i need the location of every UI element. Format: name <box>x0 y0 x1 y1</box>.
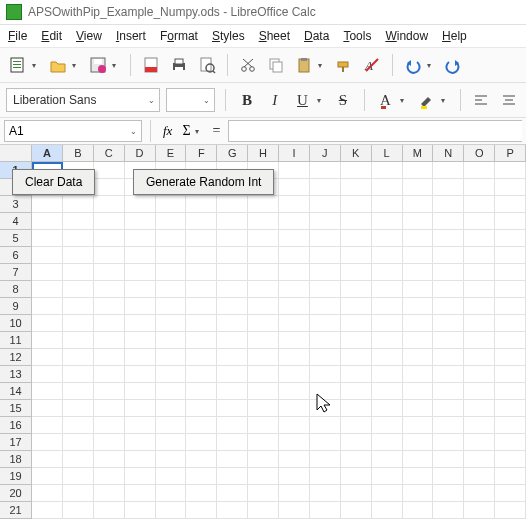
generate-random-int-button[interactable]: Generate Random Int <box>133 169 274 195</box>
cell[interactable] <box>464 298 495 315</box>
cell[interactable] <box>94 417 125 434</box>
cell[interactable] <box>403 468 434 485</box>
cell[interactable] <box>186 366 217 383</box>
font-color-dropdown[interactable]: ▾ <box>400 96 407 105</box>
cell[interactable] <box>464 400 495 417</box>
cell[interactable] <box>32 298 63 315</box>
font-size-combo[interactable]: ⌄ <box>166 88 215 112</box>
cell[interactable] <box>217 366 248 383</box>
cell[interactable] <box>63 349 94 366</box>
cell[interactable] <box>464 349 495 366</box>
cell[interactable] <box>94 366 125 383</box>
cell[interactable] <box>32 417 63 434</box>
column-header[interactable]: L <box>372 145 403 162</box>
cell[interactable] <box>63 383 94 400</box>
cell[interactable] <box>63 281 94 298</box>
redo-icon[interactable] <box>441 53 465 77</box>
font-color-button[interactable]: A <box>375 88 397 112</box>
cell[interactable] <box>341 349 372 366</box>
cell[interactable] <box>63 434 94 451</box>
cell[interactable] <box>156 247 187 264</box>
cell[interactable] <box>186 196 217 213</box>
cell[interactable] <box>186 315 217 332</box>
cell[interactable] <box>495 400 526 417</box>
cell[interactable] <box>495 451 526 468</box>
cell[interactable] <box>63 451 94 468</box>
cell[interactable] <box>372 417 403 434</box>
cell[interactable] <box>248 349 279 366</box>
clear-data-button[interactable]: Clear Data <box>12 169 95 195</box>
cell[interactable] <box>372 383 403 400</box>
row-header[interactable]: 21 <box>0 502 32 519</box>
print-icon[interactable] <box>167 53 191 77</box>
cell[interactable] <box>495 247 526 264</box>
cell[interactable] <box>94 281 125 298</box>
cell[interactable] <box>186 485 217 502</box>
cell[interactable] <box>433 315 464 332</box>
menu-data[interactable]: Data <box>304 29 329 43</box>
cell[interactable] <box>310 281 341 298</box>
cell[interactable] <box>433 349 464 366</box>
cell[interactable] <box>464 451 495 468</box>
column-header[interactable]: B <box>63 145 94 162</box>
cell[interactable] <box>186 400 217 417</box>
column-header[interactable]: O <box>464 145 495 162</box>
cell[interactable] <box>310 332 341 349</box>
cell[interactable] <box>341 196 372 213</box>
cell[interactable] <box>403 179 434 196</box>
cell[interactable] <box>372 434 403 451</box>
cell[interactable] <box>372 230 403 247</box>
cell[interactable] <box>125 247 156 264</box>
cell[interactable] <box>372 298 403 315</box>
cell[interactable] <box>433 213 464 230</box>
cell[interactable] <box>279 502 310 519</box>
cell[interactable] <box>94 400 125 417</box>
cell[interactable] <box>94 332 125 349</box>
row-header[interactable]: 12 <box>0 349 32 366</box>
cell[interactable] <box>186 349 217 366</box>
cell[interactable] <box>433 366 464 383</box>
cell[interactable] <box>279 315 310 332</box>
cell[interactable] <box>495 332 526 349</box>
menu-view[interactable]: View <box>76 29 102 43</box>
cell[interactable] <box>464 162 495 179</box>
cell[interactable] <box>125 502 156 519</box>
cell[interactable] <box>248 332 279 349</box>
cell[interactable] <box>310 179 341 196</box>
cell[interactable] <box>279 417 310 434</box>
cell[interactable] <box>341 502 372 519</box>
cell[interactable] <box>279 196 310 213</box>
cell[interactable] <box>433 196 464 213</box>
paste-icon[interactable] <box>292 53 316 77</box>
cell[interactable] <box>94 502 125 519</box>
cell[interactable] <box>310 468 341 485</box>
cell[interactable] <box>341 332 372 349</box>
cell[interactable] <box>63 417 94 434</box>
cell[interactable] <box>94 315 125 332</box>
cell[interactable] <box>94 434 125 451</box>
cell[interactable] <box>156 451 187 468</box>
cell[interactable] <box>495 349 526 366</box>
cell[interactable] <box>279 485 310 502</box>
cell[interactable] <box>217 281 248 298</box>
cell[interactable] <box>341 434 372 451</box>
cell[interactable] <box>279 468 310 485</box>
cell[interactable] <box>433 451 464 468</box>
open-icon[interactable] <box>46 53 70 77</box>
cell[interactable] <box>403 213 434 230</box>
cell[interactable] <box>94 179 125 196</box>
cell[interactable] <box>217 451 248 468</box>
cell[interactable] <box>433 247 464 264</box>
formula-input[interactable] <box>228 120 522 142</box>
cell[interactable] <box>433 468 464 485</box>
cell[interactable] <box>464 196 495 213</box>
column-header[interactable]: M <box>403 145 434 162</box>
cell[interactable] <box>341 417 372 434</box>
cell[interactable] <box>94 383 125 400</box>
cell[interactable] <box>310 451 341 468</box>
cell[interactable] <box>403 451 434 468</box>
column-header[interactable]: H <box>248 145 279 162</box>
cell[interactable] <box>217 298 248 315</box>
row-header[interactable]: 7 <box>0 264 32 281</box>
print-preview-icon[interactable] <box>195 53 219 77</box>
